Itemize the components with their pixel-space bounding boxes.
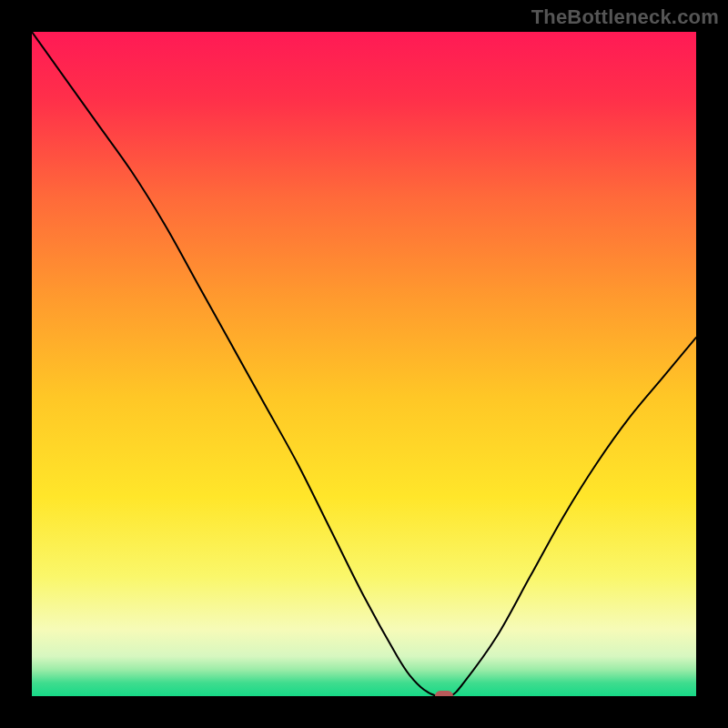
bottleneck-curve <box>32 32 696 696</box>
watermark-text: TheBottleneck.com <box>531 5 719 29</box>
minimum-marker <box>435 691 453 696</box>
plot-area <box>32 32 696 696</box>
chart-frame: TheBottleneck.com <box>0 0 728 728</box>
